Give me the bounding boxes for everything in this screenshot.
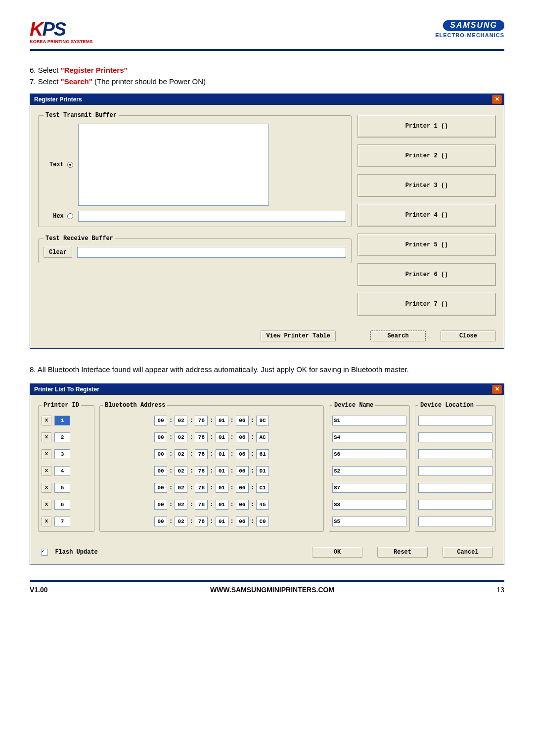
transmit-text-area[interactable] (78, 124, 269, 206)
bluetooth-address-row: 00:02:78:01:06:61 (103, 449, 320, 459)
device-location-input[interactable] (418, 432, 492, 442)
remove-row-button[interactable]: x (42, 500, 51, 510)
printer-1-button[interactable]: Printer 1 () (357, 115, 496, 138)
addr-octet[interactable]: 02 (175, 416, 187, 425)
printer-6-button[interactable]: Printer 6 () (357, 263, 496, 286)
addr-octet[interactable]: 01 (216, 416, 228, 425)
addr-octet[interactable]: 06 (236, 517, 249, 526)
printer-id-input[interactable]: 1 (54, 416, 70, 425)
addr-octet[interactable]: 00 (154, 517, 167, 526)
device-location-input[interactable] (418, 483, 492, 493)
device-location-input[interactable] (418, 517, 492, 526)
device-location-input[interactable] (418, 466, 492, 476)
addr-octet[interactable]: 00 (154, 500, 167, 510)
printer-7-button[interactable]: Printer 7 () (357, 293, 496, 316)
printer-id-input[interactable]: 7 (54, 517, 70, 526)
printer-3-button[interactable]: Printer 3 () (357, 174, 496, 197)
printer-id-input[interactable]: 5 (54, 483, 70, 493)
addr-octet[interactable]: 01 (216, 517, 228, 526)
device-name-input[interactable]: S2 (332, 466, 406, 476)
device-name-input[interactable]: S3 (332, 500, 406, 510)
addr-octet[interactable]: 00 (154, 416, 167, 425)
addr-octet[interactable]: 78 (195, 416, 208, 425)
reset-button[interactable]: Reset (377, 547, 428, 558)
flash-update-checkbox[interactable]: Flash Update (41, 549, 98, 556)
addr-octet[interactable]: 06 (236, 449, 249, 459)
hex-radio[interactable]: Hex (44, 213, 73, 220)
addr-octet[interactable]: 78 (195, 517, 208, 526)
printer-id-input[interactable]: 2 (54, 432, 70, 442)
addr-octet[interactable]: 9C (256, 416, 269, 425)
clear-button[interactable]: Clear (44, 247, 72, 258)
bluetooth-address-row: 00:02:78:01:06:D1 (103, 466, 320, 476)
ok-button[interactable]: OK (312, 547, 362, 558)
close-icon[interactable]: ✕ (492, 385, 502, 394)
addr-octet[interactable]: 02 (175, 466, 187, 476)
printer-4-button[interactable]: Printer 4 () (357, 204, 496, 227)
device-location-input[interactable] (418, 500, 492, 510)
device-name-input[interactable]: S7 (332, 483, 406, 493)
device-location-input[interactable] (418, 449, 492, 459)
receive-input[interactable] (77, 247, 346, 258)
addr-octet[interactable]: 45 (256, 500, 269, 510)
close-icon[interactable]: ✕ (492, 95, 502, 104)
addr-octet[interactable]: 06 (236, 466, 249, 476)
addr-octet[interactable]: 06 (236, 500, 249, 510)
remove-row-button[interactable]: x (42, 483, 51, 493)
addr-octet[interactable]: 01 (216, 500, 228, 510)
addr-octet[interactable]: 02 (175, 449, 187, 459)
addr-octet[interactable]: 00 (154, 449, 167, 459)
addr-octet[interactable]: 01 (216, 483, 228, 493)
device-name-input[interactable]: S4 (332, 432, 406, 442)
addr-octet[interactable]: 02 (175, 432, 187, 442)
addr-octet[interactable]: 01 (216, 466, 228, 476)
remove-row-button[interactable]: x (42, 416, 51, 425)
addr-octet[interactable]: 78 (195, 500, 208, 510)
close-button[interactable]: Close (441, 331, 496, 341)
addr-octet[interactable]: 00 (154, 432, 167, 442)
addr-octet[interactable]: 02 (175, 517, 187, 526)
addr-octet[interactable]: 78 (195, 483, 208, 493)
view-printer-table-button[interactable]: View Printer Table (261, 331, 336, 341)
device-location-input[interactable] (418, 416, 492, 425)
printer-id-input[interactable]: 3 (54, 449, 70, 459)
remove-row-button[interactable]: x (42, 517, 51, 526)
addr-octet[interactable]: 01 (216, 449, 228, 459)
addr-octet[interactable]: C0 (256, 517, 269, 526)
addr-octet[interactable]: D1 (256, 466, 269, 476)
cancel-button[interactable]: Cancel (443, 547, 493, 558)
instruction-7: 7. Select "Search" (The printer should b… (30, 77, 504, 86)
addr-octet[interactable]: 78 (195, 449, 208, 459)
device-name-group: Device Name S1S4S6S2S7S3S5 (329, 402, 410, 532)
remove-row-button[interactable]: x (42, 449, 51, 459)
addr-octet[interactable]: AC (256, 432, 269, 442)
addr-octet[interactable]: 02 (175, 500, 187, 510)
addr-octet[interactable]: 61 (256, 449, 269, 459)
addr-octet[interactable]: 78 (195, 466, 208, 476)
addr-octet[interactable]: 06 (236, 416, 249, 425)
footer-url: WWW.SAMSUNGMINIPRINTERS.COM (210, 586, 334, 594)
hex-input[interactable] (78, 211, 346, 222)
addr-octet[interactable]: 00 (154, 483, 167, 493)
addr-octet[interactable]: 78 (195, 432, 208, 442)
printer-5-button[interactable]: Printer 5 () (357, 234, 496, 256)
version-label: V1.00 (30, 586, 48, 594)
printer-id-input[interactable]: 4 (54, 466, 70, 476)
device-name-input[interactable]: S1 (332, 416, 406, 425)
addr-octet[interactable]: 06 (236, 432, 249, 442)
printer-2-button[interactable]: Printer 2 () (357, 144, 496, 167)
addr-octet[interactable]: 06 (236, 483, 249, 493)
text-radio[interactable]: Text (49, 161, 73, 168)
device-name-input[interactable]: S5 (332, 517, 406, 526)
addr-octet[interactable]: C1 (256, 483, 269, 493)
bluetooth-address-group: Bluetooth Address 00:02:78:01:06:9C00:02… (99, 402, 324, 532)
remove-row-button[interactable]: x (42, 466, 51, 476)
device-name-input[interactable]: S6 (332, 449, 406, 459)
bluetooth-address-row: 00:02:78:01:06:45 (103, 500, 320, 510)
printer-id-input[interactable]: 6 (54, 500, 70, 510)
addr-octet[interactable]: 01 (216, 432, 228, 442)
addr-octet[interactable]: 00 (154, 466, 167, 476)
search-button[interactable]: Search (370, 331, 426, 341)
remove-row-button[interactable]: x (42, 432, 51, 442)
addr-octet[interactable]: 02 (175, 483, 187, 493)
